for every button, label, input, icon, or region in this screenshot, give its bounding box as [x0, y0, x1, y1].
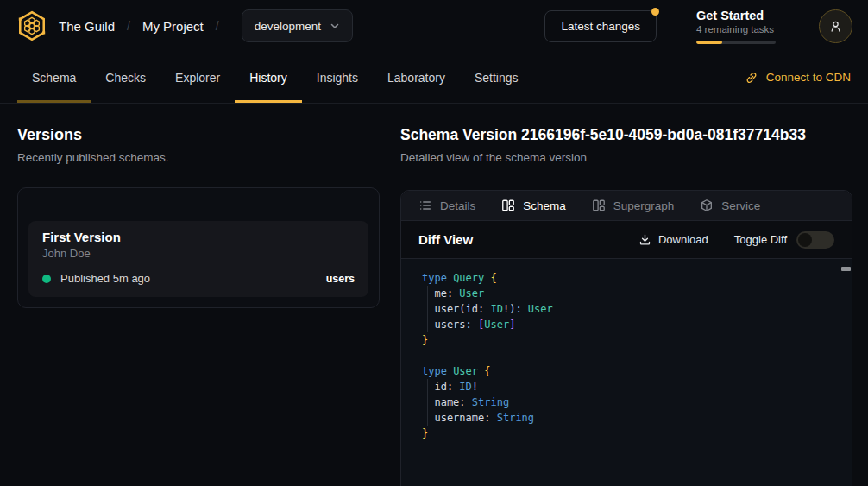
version-view-tabs: Details Schema Supergr	[401, 191, 852, 221]
tab-explorer[interactable]: Explorer	[160, 52, 235, 103]
versions-subtitle: Recently published schemas.	[17, 151, 380, 164]
toggle-diff-control: Toggle Diff	[734, 231, 834, 249]
connect-to-cdn-button[interactable]: Connect to CDN	[745, 52, 851, 103]
target-nav-tabs: Schema Checks Explorer History Insights …	[0, 52, 868, 104]
tab-insights[interactable]: Insights	[302, 52, 373, 103]
tab-schema-view-label: Schema	[523, 199, 566, 212]
get-started-title: Get Started	[696, 9, 779, 22]
environment-label: development	[255, 20, 321, 33]
code-line: name: String	[422, 394, 834, 410]
breadcrumb-project[interactable]: My Project	[142, 19, 204, 34]
code-line: users: [User]	[422, 317, 834, 332]
code-line: username: String	[422, 410, 834, 426]
download-label: Download	[658, 233, 708, 246]
breadcrumb: The Guild / My Project /	[59, 19, 231, 34]
latest-changes-label: Latest changes	[561, 20, 640, 33]
diff-view-title: Diff View	[418, 232, 473, 247]
versions-title: Versions	[17, 126, 380, 144]
schema-version-column: Schema Version 2166196f-5e10-4059-bd0a-0…	[400, 126, 852, 486]
columns-icon	[501, 199, 515, 212]
tab-laboratory[interactable]: Laboratory	[373, 52, 460, 103]
main-content: Versions Recently published schemas. Fir…	[0, 104, 868, 486]
version-meta-row: Published 5m ago users	[42, 272, 355, 285]
chevron-down-icon	[330, 21, 340, 31]
schema-version-subtitle: Detailed view of the schema version	[400, 151, 852, 164]
user-avatar-button[interactable]	[819, 9, 852, 43]
versions-list: First Version John Doe Published 5m ago …	[17, 187, 380, 308]
tab-details-label: Details	[440, 199, 475, 212]
tab-checks[interactable]: Checks	[91, 52, 160, 103]
download-icon	[638, 233, 651, 246]
tab-supergraph-label: Supergraph	[613, 199, 675, 212]
code-scrollbar-thumb[interactable]	[841, 267, 851, 271]
toggle-diff-label: Toggle Diff	[734, 233, 787, 246]
toggle-knob	[798, 233, 812, 247]
list-icon	[418, 199, 432, 212]
code-scrollbar[interactable]	[840, 259, 852, 486]
connect-to-cdn-label: Connect to CDN	[766, 71, 851, 84]
person-icon	[828, 19, 843, 34]
code-line: }	[422, 426, 834, 441]
code-lines: type Query { me: User user(id: ID!): Use…	[422, 270, 834, 441]
code-line: id: ID!	[422, 379, 834, 394]
code-line: type Query {	[422, 270, 834, 286]
tab-service-label: Service	[721, 199, 760, 212]
published-status-dot	[42, 275, 51, 283]
hive-logo[interactable]	[16, 9, 48, 42]
published-status-label: Published 5m ago	[60, 272, 150, 285]
breadcrumb-separator: /	[127, 19, 130, 33]
latest-changes-button[interactable]: Latest changes	[544, 10, 657, 42]
tab-schema[interactable]: Schema	[17, 52, 91, 103]
code-line: me: User	[422, 286, 834, 301]
schema-version-title: Schema Version 2166196f-5e10-4059-bd0a-0…	[400, 126, 852, 144]
link-icon	[745, 71, 758, 85]
code-line: }	[422, 332, 834, 348]
schema-version-panel: Details Schema Supergr	[400, 190, 852, 486]
breadcrumb-org[interactable]: The Guild	[59, 19, 115, 34]
tab-history[interactable]: History	[235, 52, 302, 103]
top-header: The Guild / My Project / development Lat…	[0, 0, 868, 52]
code-line	[422, 348, 834, 363]
header-actions: Latest changes Get Started 4 remaining t…	[544, 9, 852, 44]
get-started-progress-fill	[696, 41, 722, 44]
version-title: First Version	[42, 230, 355, 244]
code-line: type User {	[422, 363, 834, 379]
download-button[interactable]: Download	[638, 233, 708, 246]
get-started-widget[interactable]: Get Started 4 remaining tasks	[696, 9, 779, 44]
versions-column: Versions Recently published schemas. Fir…	[17, 126, 380, 486]
get-started-subtitle: 4 remaining tasks	[696, 24, 779, 35]
breadcrumb-separator: /	[216, 19, 219, 33]
tab-service[interactable]: Service	[700, 199, 760, 212]
tab-settings[interactable]: Settings	[460, 52, 533, 103]
tab-details[interactable]: Details	[418, 199, 475, 212]
diff-header: Diff View Download Toggle Diff	[401, 221, 852, 259]
environment-selector[interactable]: development	[242, 9, 353, 42]
diff-actions: Download Toggle Diff	[638, 231, 834, 249]
version-card[interactable]: First Version John Doe Published 5m ago …	[28, 221, 368, 297]
box-icon	[700, 199, 714, 212]
tab-schema-view[interactable]: Schema	[501, 199, 566, 212]
code-line: user(id: ID!): User	[422, 301, 834, 317]
notification-dot	[651, 8, 659, 16]
get-started-progress-bar	[696, 41, 776, 44]
schema-code-viewer[interactable]: type Query { me: User user(id: ID!): Use…	[401, 259, 852, 486]
toggle-diff-switch[interactable]	[796, 231, 834, 249]
columns-icon	[592, 199, 606, 212]
tab-supergraph[interactable]: Supergraph	[592, 199, 675, 212]
version-author: John Doe	[42, 247, 355, 260]
service-name-badge: users	[326, 273, 355, 285]
